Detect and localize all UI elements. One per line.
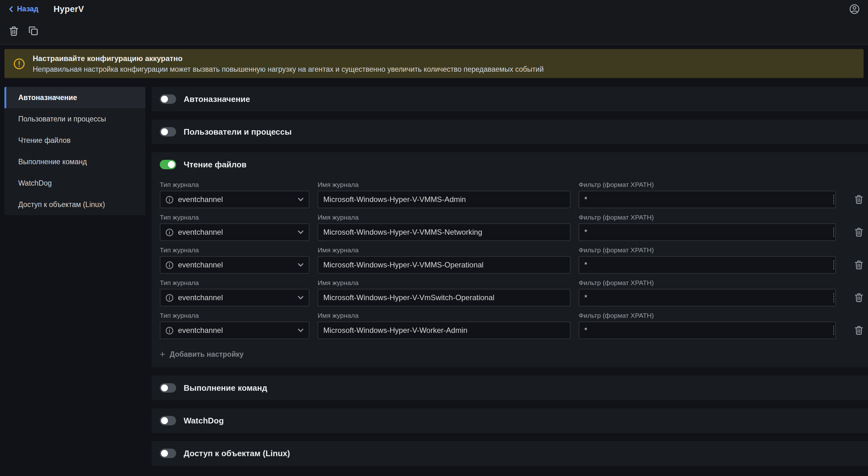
log-name-input[interactable] [318,322,570,339]
log-type-label: Тип журнала [160,181,309,188]
log-filter-input[interactable] [579,322,836,339]
top-bars: Назад HyperV [0,0,868,45]
log-filter-label: Фильтр (формат XPATH) [579,311,836,319]
log-name-label: Имя журнала [318,181,570,188]
log-filter-label: Фильтр (формат XPATH) [579,246,836,254]
sidebar-item-label: Пользователи и процессы [18,115,106,123]
warning-banner: Настраивайте конфигурацию аккуратно Непр… [4,49,864,78]
section-header: WatchDog [152,408,868,433]
sidebar: Автоназначение Пользователи и процессы Ч… [4,87,145,215]
section-toggle[interactable] [160,449,176,458]
log-type-value: eventchannel [178,228,223,237]
trash-icon [854,227,864,237]
log-name-input[interactable] [318,224,570,241]
log-type-value: eventchannel [178,293,223,302]
toolbar [0,18,868,44]
log-name-input[interactable] [318,191,570,208]
section-toggle[interactable] [160,416,176,425]
delete-row-button[interactable] [854,325,864,335]
add-setting-button[interactable]: + Добавить настройку [160,349,244,359]
page: Назад HyperV Настраивайте конфигурацию а… [0,0,868,476]
log-config-row: Тип журнала eventchannel Имя журнала [160,279,864,306]
app-bar: Назад HyperV [0,0,868,18]
log-type-select[interactable]: eventchannel [160,289,309,306]
toggle-knob [161,96,168,102]
sidebar-item-command-execution[interactable]: Выполнение команд [4,151,145,172]
delete-row-button[interactable] [854,227,864,237]
log-type-select[interactable]: eventchannel [160,322,309,339]
warning-text: Настраивайте конфигурацию аккуратно Непр… [33,54,544,73]
log-type-select[interactable]: eventchannel [160,191,309,208]
log-config-row: Тип журнала eventchannel Имя журнала [160,181,864,208]
section-header: Доступ к объектам (Linux) [152,441,868,466]
log-config-row: Тип журнала eventchannel Имя журнала [160,213,864,241]
toggle-knob [161,450,168,457]
log-type-value: eventchannel [178,326,223,335]
log-filter-input[interactable] [579,256,836,274]
log-name-label: Имя журнала [318,311,570,319]
section-title: Пользователи и процессы [184,127,292,137]
user-circle-icon [849,3,860,14]
section-linux-objects: Доступ к объектам (Linux) [152,441,868,466]
log-config-row: Тип журнала eventchannel Имя журнала [160,311,864,339]
chevron-left-icon [8,6,14,12]
log-filter-field: Фильтр (формат XPATH) [579,181,836,208]
sidebar-item-label: Выполнение команд [18,158,87,166]
log-type-select[interactable]: eventchannel [160,256,309,274]
info-circle-icon [165,326,174,334]
section-title: Автоназначение [184,94,250,104]
log-name-input[interactable] [318,289,570,306]
log-filter-label: Фильтр (формат XPATH) [579,279,836,286]
section-header: Выполнение команд [152,376,868,400]
toggle-knob [161,384,168,391]
section-toggle[interactable] [160,160,176,169]
log-type-label: Тип журнала [160,279,309,286]
section-toggle[interactable] [160,127,176,137]
section-title: Чтение файлов [184,160,247,169]
delete-config-button[interactable] [9,26,19,36]
copy-config-button[interactable] [28,26,38,36]
trash-icon [9,26,19,36]
sidebar-item-users-processes[interactable]: Пользователи и процессы [4,108,145,129]
copy-icon [28,26,38,36]
log-type-field: Тип журнала eventchannel [160,181,309,208]
section-file-reading: Чтение файлов Тип журнала eventchannel [152,152,868,367]
sidebar-item-linux-objects[interactable]: Доступ к объектам (Linux) [4,194,145,215]
log-name-label: Имя журнала [318,246,570,254]
back-label: Назад [17,5,38,12]
sidebar-item-watchdog[interactable]: WatchDog [4,172,145,194]
log-type-value: eventchannel [178,195,223,204]
sidebar-item-label: Автоназначение [18,94,77,101]
section-watchdog: WatchDog [152,408,868,433]
sidebar-item-label: WatchDog [18,179,52,187]
delete-row-button[interactable] [854,195,864,205]
user-menu-button[interactable] [849,3,860,14]
log-type-field: Тип журнала eventchannel [160,311,309,339]
log-filter-field: Фильтр (формат XPATH) [579,246,836,274]
log-type-label: Тип журнала [160,213,309,221]
sidebar-item-file-reading[interactable]: Чтение файлов [4,129,145,151]
log-filter-input[interactable] [579,289,836,306]
toggle-knob [168,161,175,168]
log-name-field: Имя журнала [318,213,570,241]
trash-icon [854,325,864,335]
chevron-down-icon [298,229,304,235]
log-type-select[interactable]: eventchannel [160,224,309,241]
log-filter-input[interactable] [579,191,836,208]
section-toggle[interactable] [160,383,176,393]
log-name-input[interactable] [318,256,570,274]
log-filter-input[interactable] [579,224,836,241]
log-type-value: eventchannel [178,261,223,269]
sidebar-item-autoassign[interactable]: Автоназначение [4,87,145,108]
log-name-label: Имя журнала [318,279,570,286]
section-title: Доступ к объектам (Linux) [184,449,290,458]
section-header: Автоназначение [152,87,868,111]
delete-row-button[interactable] [854,260,864,270]
info-circle-icon [165,294,174,302]
back-button[interactable]: Назад [8,5,38,12]
section-command-execution: Выполнение команд [152,376,868,400]
section-body: Тип журнала eventchannel Имя журнала [152,177,868,367]
add-setting-label: Добавить настройку [170,350,244,358]
section-toggle[interactable] [160,94,176,104]
delete-row-button[interactable] [854,293,864,303]
